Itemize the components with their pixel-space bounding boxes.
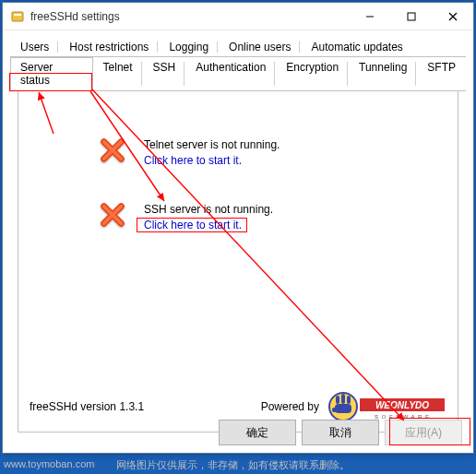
svg-rect-9 xyxy=(347,396,351,404)
titlebar: freeSSHd settings xyxy=(3,3,473,30)
tab-logging[interactable]: Logging xyxy=(159,37,219,57)
tab-sftp[interactable]: SFTP xyxy=(417,57,466,90)
close-button[interactable] xyxy=(432,3,473,30)
settings-window: freeSSHd settings Users Host restriction… xyxy=(2,2,474,454)
ok-button[interactable]: 确定 xyxy=(219,420,296,445)
error-x-icon xyxy=(100,202,125,228)
svg-rect-3 xyxy=(408,13,415,20)
version-label: freeSSHd version 1.3.1 xyxy=(30,400,261,413)
tab-server-status[interactable]: Server status xyxy=(10,57,93,90)
server-status-pane: Telnet server is not running. Click here… xyxy=(18,91,458,433)
error-x-icon xyxy=(100,137,125,163)
dialog-buttons: 确定 取消 应用(A) xyxy=(219,420,462,445)
tab-online-users[interactable]: Online users xyxy=(219,37,301,57)
tab-host-restrictions[interactable]: Host restrictions xyxy=(59,37,159,57)
svg-rect-0 xyxy=(12,12,23,21)
svg-rect-8 xyxy=(341,394,345,404)
tab-row-2: Server status Telnet SSH Authentication … xyxy=(10,57,466,91)
window-title: freeSSHd settings xyxy=(30,10,349,23)
svg-rect-11 xyxy=(332,408,338,412)
watermark-url: www.toymoban.com xyxy=(4,458,94,472)
tab-authentication[interactable]: Authentication xyxy=(185,57,276,90)
tab-ssh[interactable]: SSH xyxy=(143,57,186,90)
tab-row-1: Users Host restrictions Logging Online u… xyxy=(10,36,466,57)
tab-telnet[interactable]: Telnet xyxy=(93,57,143,90)
svg-rect-1 xyxy=(14,14,21,16)
tab-encryption[interactable]: Encryption xyxy=(276,57,349,90)
tab-automatic-updates[interactable]: Automatic updates xyxy=(301,37,412,57)
ssh-start-link[interactable]: Click here to start it. xyxy=(144,218,273,233)
minimize-button[interactable] xyxy=(349,3,390,30)
telnet-status: Telnet server is not running. Click here… xyxy=(100,137,280,169)
apply-button[interactable]: 应用(A) xyxy=(385,420,462,445)
powered-by-label: Powered by xyxy=(261,400,319,413)
telnet-start-link[interactable]: Click here to start it. xyxy=(144,153,280,169)
ssh-status: SSH server is not running. Click here to… xyxy=(100,202,273,233)
telnet-status-text: Telnet server is not running. xyxy=(144,137,280,153)
tabs: Users Host restrictions Logging Online u… xyxy=(3,30,473,433)
svg-text:WEONLYDO: WEONLYDO xyxy=(375,400,429,410)
ssh-status-text: SSH server is not running. xyxy=(144,202,273,218)
tab-tunneling[interactable]: Tunneling xyxy=(349,57,417,90)
cancel-button[interactable]: 取消 xyxy=(302,420,379,445)
svg-rect-7 xyxy=(336,396,339,404)
tab-users[interactable]: Users xyxy=(10,37,59,57)
maximize-button[interactable] xyxy=(390,3,432,30)
watermark: www.toymoban.com 网络图片仅供展示，非存储，如有侵权请联系删除。 xyxy=(4,458,472,472)
app-icon xyxy=(10,9,25,24)
window-controls xyxy=(349,3,473,30)
watermark-text: 网络图片仅供展示，非存储，如有侵权请联系删除。 xyxy=(94,458,472,472)
